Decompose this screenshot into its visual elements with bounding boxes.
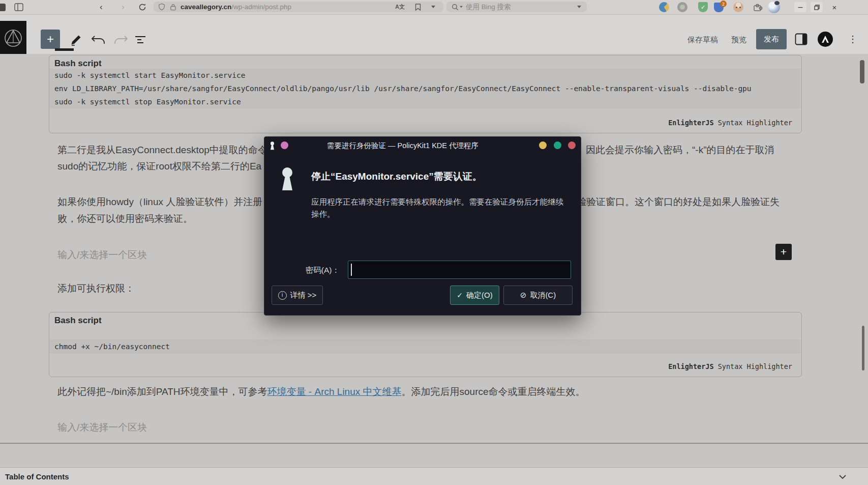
- window-close-icon[interactable]: [568, 141, 576, 149]
- code-block-easymonitor[interactable]: Bash script sudo -k systemctl start Easy…: [49, 55, 802, 133]
- scrollbar-thumb[interactable]: [860, 60, 864, 83]
- paragraph-text[interactable]: 添加可执行权限：: [57, 282, 135, 295]
- toc-metabox-header[interactable]: Table of Contents: [0, 467, 868, 485]
- url-dropdown-icon[interactable]: [431, 6, 435, 8]
- policykit-auth-dialog: 需要进行身份验证 — PolicyKit1 KDE 代理程序 停止“EasyMo…: [264, 136, 581, 316]
- paragraph-text[interactable]: 败，你还可以使用密码来验证。: [57, 213, 193, 225]
- back-button[interactable]: ‹: [100, 0, 103, 14]
- block-toolbar-fragment: [55, 48, 74, 51]
- code-line[interactable]: chmod +x ~/bin/easyconnect: [54, 340, 170, 353]
- search-bar-dropdown-icon[interactable]: [577, 6, 581, 8]
- toc-title: Table of Contents: [5, 472, 69, 481]
- minimize-button[interactable]: –: [794, 2, 806, 12]
- code-line[interactable]: env LD_LIBRARY_PATH=/usr/share/sangfor/E…: [54, 82, 752, 95]
- save-draft-button[interactable]: 保存草稿: [687, 35, 718, 45]
- window-minimize-icon[interactable]: [539, 141, 547, 149]
- search-placeholder: 使用 Bing 搜索: [466, 3, 511, 12]
- url-bar[interactable]: caveallegory.cn/wp-admin/post.php A文: [154, 2, 443, 12]
- paragraph-text[interactable]: 如果你使用howdy（linux 人脸验证软件）并注册: [57, 196, 262, 208]
- undo-icon[interactable]: [91, 36, 105, 45]
- dialog-description-line1: 应用程序正在请求进行需要特殊权限的操作。需要在验证身份后才能继续: [311, 197, 563, 208]
- publish-button[interactable]: 发布: [756, 29, 787, 49]
- maximize-button[interactable]: [811, 2, 823, 12]
- sidebar-toggle-icon[interactable]: [14, 3, 23, 11]
- site-logo[interactable]: [0, 21, 26, 54]
- window-maximize-icon[interactable]: [554, 141, 561, 149]
- toc-collapse-chevron-icon[interactable]: [839, 475, 846, 479]
- arch-wiki-link[interactable]: 环境变量 - Arch Linux 中文维基: [267, 386, 402, 397]
- editor-bottom-divider: [0, 443, 868, 444]
- face-extension-icon[interactable]: [733, 2, 743, 12]
- options-menu-icon[interactable]: ⋮: [848, 34, 857, 45]
- browser-toolbar: ‹ › caveallegory.cn/wp-admin/post.php A文…: [0, 0, 868, 15]
- code-block-language-label: Bash script: [54, 316, 102, 326]
- search-engine-dropdown-icon[interactable]: [460, 6, 463, 8]
- info-icon: i: [278, 291, 287, 300]
- editor-header: + 保存草稿 预览 发布 ⋮: [0, 14, 868, 54]
- edit-tool-icon[interactable]: [70, 35, 83, 46]
- url-domain: caveallegory.cn: [181, 3, 231, 11]
- ok-button[interactable]: ✓ 确定(O): [450, 286, 499, 305]
- paragraph-text[interactable]: 因此会提示你输入密码，“-k”的目的在于取消: [586, 144, 774, 156]
- paragraph-text[interactable]: sudo的记忆功能，保证root权限不给第二行的Ea: [57, 160, 261, 173]
- browser-profile-avatar[interactable]: [768, 1, 780, 13]
- dialog-heading: 停止“EasyMonitor.service”需要认证。: [311, 170, 482, 183]
- url-path: /wp-admin/post.php: [231, 3, 291, 11]
- preview-button[interactable]: 预览: [731, 35, 746, 45]
- enlighter-attribution: EnlighterJS Syntax Highlighter: [668, 119, 792, 127]
- block-placeholder[interactable]: 输入/来选择一个区块: [57, 248, 147, 262]
- extension-gray-circle-icon[interactable]: [677, 2, 687, 12]
- user-avatar[interactable]: [818, 32, 833, 47]
- translate-icon[interactable]: A文: [395, 3, 405, 11]
- avatar-logo-icon: [821, 35, 830, 43]
- extension-badge: 2: [720, 1, 727, 7]
- cancel-button[interactable]: ⊘ 取消(C): [503, 286, 573, 305]
- text-cursor: [351, 264, 352, 276]
- forward-button[interactable]: ›: [122, 0, 125, 14]
- redo-icon[interactable]: [114, 36, 128, 45]
- lock-icon: [170, 4, 176, 11]
- search-icon: [452, 4, 459, 11]
- inline-inserter-button[interactable]: +: [775, 244, 792, 260]
- block-inserter-button[interactable]: +: [41, 30, 60, 49]
- blue-shield-extension-icon[interactable]: 2: [714, 3, 724, 12]
- adguard-shield-icon[interactable]: ✓: [698, 2, 708, 12]
- site-logo-emblem-icon: [3, 26, 23, 49]
- dialog-title: 需要进行身份验证 — PolicyKit1 KDE 代理程序: [264, 141, 541, 151]
- permissions-shield-icon[interactable]: [158, 3, 165, 11]
- close-button[interactable]: ×: [828, 2, 841, 12]
- keyhole-icon: [280, 167, 295, 191]
- paragraph-with-link: 此外记得把~/bin添加到PATH环境变量中，可参考环境变量 - Arch Li…: [57, 386, 585, 398]
- enlighter-attribution: EnlighterJS Syntax Highlighter: [668, 362, 792, 370]
- search-bar[interactable]: 使用 Bing 搜索: [446, 2, 587, 12]
- paragraph-text[interactable]: 第二行是我从EasyConnect.desktop中提取的命令: [57, 144, 267, 156]
- paragraph-text[interactable]: 脸验证窗口。这个窗口的好处是如果人脸验证失: [577, 196, 780, 208]
- dialog-titlebar[interactable]: 需要进行身份验证 — PolicyKit1 KDE 代理程序: [264, 137, 581, 154]
- code-line[interactable]: sudo -k systemctl start EasyMonitor.serv…: [54, 69, 245, 82]
- block-placeholder[interactable]: 输入/来选择一个区块: [57, 421, 147, 434]
- password-label: 密码(A)：: [275, 265, 340, 276]
- list-view-icon[interactable]: [135, 36, 147, 44]
- code-block-language-label: Bash script: [54, 59, 102, 69]
- pinned-app-icon[interactable]: [0, 4, 6, 11]
- scrollbar-thumb-secondary[interactable]: [862, 326, 864, 370]
- bookmark-icon[interactable]: [415, 4, 421, 11]
- settings-panel-icon[interactable]: [795, 33, 807, 45]
- dialog-description-line2: 操作。: [311, 209, 335, 220]
- extension-bowl-icon[interactable]: [659, 2, 669, 12]
- code-block-chmod[interactable]: Bash script chmod +x ~/bin/easyconnect E…: [49, 312, 802, 377]
- extensions-puzzle-icon[interactable]: [753, 2, 763, 12]
- cancel-icon: ⊘: [520, 291, 527, 300]
- check-icon: ✓: [457, 291, 463, 299]
- code-line[interactable]: sudo -k systemctl stop EasyMonitor.servi…: [54, 95, 241, 108]
- reload-button[interactable]: [138, 3, 146, 11]
- details-button[interactable]: i 详情 >>: [272, 286, 323, 305]
- password-input[interactable]: [348, 261, 571, 279]
